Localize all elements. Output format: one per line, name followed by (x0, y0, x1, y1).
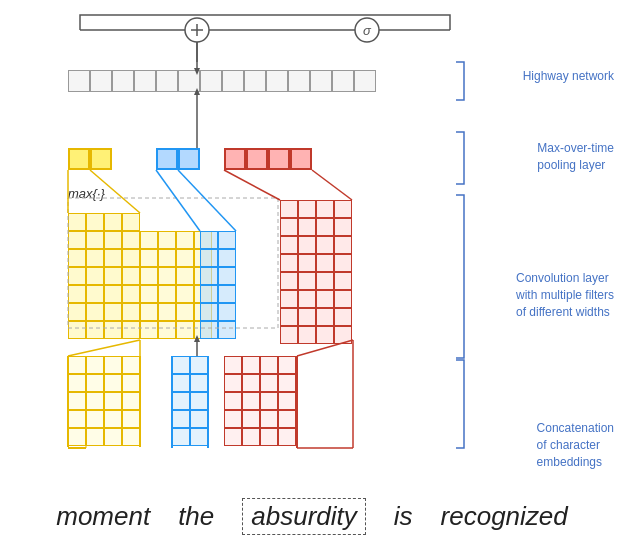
cell (200, 303, 218, 321)
cell (280, 290, 298, 308)
cell (278, 428, 296, 446)
svg-text:σ: σ (363, 23, 372, 38)
cell (176, 249, 194, 267)
convolution-label: Convolution layerwith multiple filtersof… (516, 270, 614, 320)
cell (68, 148, 90, 170)
cell (86, 213, 104, 231)
cell (112, 70, 134, 92)
cell (280, 218, 298, 236)
cell (68, 374, 86, 392)
cell (260, 392, 278, 410)
cell (354, 70, 376, 92)
cell (266, 70, 288, 92)
cell (104, 267, 122, 285)
cell (158, 249, 176, 267)
cell (280, 254, 298, 272)
cell (242, 392, 260, 410)
cell (200, 321, 218, 339)
cell (172, 428, 190, 446)
sentence: moment the absurdity is recognized (0, 498, 624, 535)
cell (218, 231, 236, 249)
cell (316, 272, 334, 290)
cell (104, 356, 122, 374)
cell (310, 70, 332, 92)
cell (334, 290, 352, 308)
cell (68, 231, 86, 249)
word-recognized: recognized (441, 501, 568, 532)
cell (172, 392, 190, 410)
cell (278, 356, 296, 374)
cell (278, 374, 296, 392)
cell (298, 290, 316, 308)
cell (68, 249, 86, 267)
blue-conv-grid (200, 231, 236, 339)
cell (200, 70, 222, 92)
cell (280, 326, 298, 344)
cell (68, 356, 86, 374)
cell (200, 231, 218, 249)
cell (200, 267, 218, 285)
cell (190, 392, 208, 410)
cell (298, 218, 316, 236)
cell (68, 267, 86, 285)
cell (190, 374, 208, 392)
cell (316, 254, 334, 272)
cell (298, 272, 316, 290)
cell (334, 236, 352, 254)
cell (104, 213, 122, 231)
cell (218, 267, 236, 285)
cell (298, 254, 316, 272)
cell (224, 374, 242, 392)
cell (218, 249, 236, 267)
cell (68, 303, 86, 321)
cell (86, 285, 104, 303)
svg-point-3 (355, 18, 379, 42)
svg-line-17 (178, 170, 236, 231)
cell (176, 285, 194, 303)
cell (156, 148, 178, 170)
cell (178, 148, 200, 170)
cell (86, 374, 104, 392)
cell (178, 70, 200, 92)
cell (140, 267, 158, 285)
cell (176, 231, 194, 249)
cell (68, 410, 86, 428)
cell (218, 303, 236, 321)
word-is: is (394, 501, 413, 532)
cell (172, 410, 190, 428)
cell (122, 285, 140, 303)
svg-line-23 (68, 340, 140, 356)
cell (86, 303, 104, 321)
yellow-embedding-grid (68, 356, 140, 446)
cell (316, 290, 334, 308)
word-moment: moment (56, 501, 150, 532)
cell (122, 231, 140, 249)
pooling-label: Max-over-timepooling layer (537, 140, 614, 174)
cell (334, 200, 352, 218)
cell (140, 303, 158, 321)
cell (224, 428, 242, 446)
svg-line-18 (224, 170, 280, 200)
cell (104, 374, 122, 392)
cell (268, 148, 290, 170)
cell (260, 374, 278, 392)
cell (176, 321, 194, 339)
red-embedding-grid (224, 356, 296, 446)
cell (158, 231, 176, 249)
cell (298, 308, 316, 326)
cell (200, 285, 218, 303)
cell (190, 410, 208, 428)
cell (68, 321, 86, 339)
cell (298, 326, 316, 344)
cell (140, 249, 158, 267)
cell (156, 70, 178, 92)
diagram-container: max{·} (0, 0, 624, 545)
highway-label: Highway network (523, 68, 614, 85)
cell (316, 326, 334, 344)
cell (122, 392, 140, 410)
cell (280, 308, 298, 326)
word-the: the (178, 501, 214, 532)
cell (158, 285, 176, 303)
cell (316, 200, 334, 218)
cell (316, 308, 334, 326)
